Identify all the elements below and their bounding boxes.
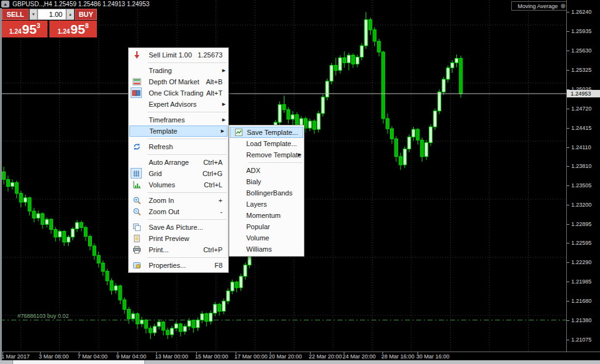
price-axis-label: 1.22895 [571, 221, 592, 227]
menu-item-auto-arrange[interactable]: Auto ArrangeCtrl+A [129, 157, 228, 168]
volume-input[interactable]: 1.00 [38, 9, 66, 20]
menu-shortcut: - [220, 206, 222, 217]
candle-body [403, 149, 406, 165]
menu-item-trading[interactable]: Trading▶ [129, 65, 228, 76]
candle-body [373, 30, 376, 41]
candle-body [110, 281, 113, 290]
window-left-border [0, 8, 2, 360]
menu-item-print[interactable]: Print...Ctrl+P [129, 244, 228, 255]
menu-item-label: Layers [246, 200, 267, 208]
menu-separator [148, 192, 227, 193]
menu-item-properties[interactable]: Properties...F8 [129, 260, 228, 271]
one-click-trading-icon [131, 87, 142, 98]
candle-body [222, 301, 225, 311]
sell-price-sup: 3 [37, 22, 41, 29]
price-tick [567, 109, 569, 109]
submenu-arrow-icon: ▶ [221, 126, 224, 136]
menu-item-bollingerbands[interactable]: BollingerBands [229, 187, 304, 199]
price-axis-label: 1.24110 [571, 144, 591, 150]
volume-increase-button[interactable]: ▲ [66, 9, 74, 20]
candle-body [438, 92, 441, 111]
menu-shortcut: Alt+T [206, 87, 222, 99]
candle-body [239, 277, 242, 288]
candle-body [287, 110, 290, 119]
grid-icon [131, 168, 142, 179]
menu-item-volume[interactable]: Volume [229, 232, 304, 243]
menu-item-layers[interactable]: Layers [229, 199, 304, 210]
candle-body [71, 229, 74, 237]
price-axis-label: 1.23505 [571, 182, 592, 189]
chart-title: ▲ GBPUSD..,H4 1.25459 1.25486 1.24913 1.… [1, 1, 149, 7]
candle-body [19, 194, 22, 202]
candle-body [41, 214, 44, 224]
buy-button[interactable]: BUY [75, 9, 97, 20]
buy-price-display[interactable]: 1.24 95 8 [49, 21, 97, 37]
candle-body [442, 79, 445, 92]
candle-body [391, 129, 394, 139]
candle-body [231, 282, 234, 291]
candle-body [166, 330, 169, 335]
price-tick [567, 340, 569, 340]
menu-item-williams[interactable]: Williams [229, 243, 304, 255]
candle-body [425, 142, 428, 156]
menu-item-load-template[interactable]: Load Template... [229, 138, 304, 149]
menu-item-label: Zoom Out [149, 208, 179, 215]
sell-button[interactable]: SELL [2, 9, 29, 20]
menu-item-zoom-in[interactable]: Zoom In+ [129, 195, 228, 206]
menu-item-timeframes[interactable]: Timeframes▶ [129, 114, 228, 125]
price-axis[interactable]: 1.24953 1.262401.259351.256301.253251.25… [566, 0, 600, 352]
menu-item-save-as-picture[interactable]: Save As Picture... [129, 222, 228, 233]
menu-item-print-preview[interactable]: Print Preview [129, 233, 228, 244]
candle-body [209, 313, 212, 321]
menu-item-momentum[interactable]: Momentum [229, 210, 304, 221]
candle-body [382, 52, 385, 119]
menu-item-one-click-trading[interactable]: One Click TradingAlt+T [129, 87, 228, 99]
menu-shortcut: + [219, 195, 222, 206]
candle-body [28, 198, 31, 211]
candle-body [37, 214, 40, 218]
template-submenu: Save Template...Load Template...Remove T… [229, 125, 304, 257]
candle-body [6, 179, 9, 186]
menu-shortcut: Ctrl+P [203, 244, 222, 255]
refresh-icon [132, 142, 141, 151]
menu-item-grid[interactable]: GridCtrl+G [129, 168, 228, 179]
candle-body [317, 114, 320, 129]
price-tick [567, 262, 569, 263]
one-click-trading-panel: SELL ▼ 1.00 ▲ BUY 1.24 95 3 1.24 95 8 [2, 9, 97, 38]
price-axis-label: 1.21075 [571, 337, 592, 343]
menu-item-adx[interactable]: ADX [229, 165, 304, 176]
menu-item-save-template[interactable]: Save Template... [230, 127, 303, 138]
menu-item-sell-limit-1-00[interactable]: Sell Limit 1.001.25673 [129, 49, 228, 61]
menu-item-template[interactable]: Template▶ [129, 125, 228, 137]
price-tick [567, 205, 569, 205]
menu-item-refresh[interactable]: Refresh [129, 141, 228, 152]
candle-body [291, 115, 294, 119]
candle-body [183, 327, 186, 332]
menu-item-label: ADX [246, 167, 261, 174]
candle-body [244, 265, 247, 276]
collapse-chart-button[interactable]: ▲ [1, 1, 9, 7]
open-position-label[interactable]: #76886103 buy 0.02 [18, 313, 69, 319]
menu-item-depth-of-market[interactable]: Depth Of MarketAlt+B [129, 76, 228, 87]
sell-price-display[interactable]: 1.24 95 3 [2, 21, 48, 37]
menu-item-popular[interactable]: Popular [229, 221, 304, 232]
volume-decrease-button[interactable]: ▼ [29, 9, 38, 20]
menu-item-volumes[interactable]: VolumesCtrl+L [129, 179, 228, 190]
menu-item-bialy[interactable]: Bialy [229, 176, 304, 187]
candle-body [92, 246, 96, 255]
candle-body [54, 230, 57, 237]
candle-body [356, 57, 359, 64]
close-icon[interactable]: ⊗ [561, 3, 566, 9]
menu-separator [148, 257, 227, 258]
menu-item-zoom-out[interactable]: Zoom Out- [129, 206, 228, 217]
candle-body [24, 198, 27, 202]
price-axis-label: 1.23810 [571, 163, 592, 169]
time-axis[interactable]: 1 Mar 20173 Mar 08:007 Mar 04:009 Mar 04… [0, 352, 600, 360]
menu-item-remove-template[interactable]: Remove Template▶ [229, 149, 304, 160]
candle-body [455, 58, 458, 62]
candle-body [378, 41, 381, 52]
candle-body [175, 324, 178, 328]
menu-item-expert-advisors[interactable]: Expert Advisors▶ [129, 99, 228, 110]
bottom-window-edge [0, 360, 600, 364]
menu-item-label: Volume [246, 234, 269, 242]
